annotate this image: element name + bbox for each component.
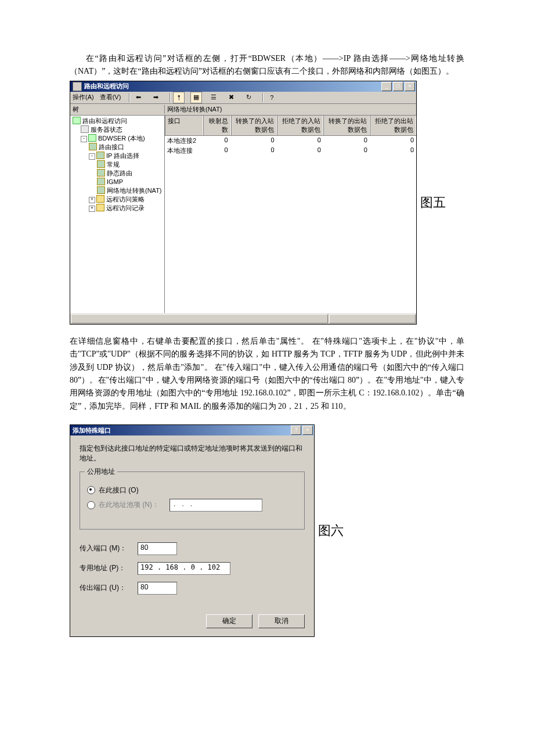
ok-button[interactable]: 确定 <box>206 614 252 628</box>
list-pane: 接口 映射总数 转换了的入站数据包 拒绝了的入站数据包 转换了的出站数据包 拒绝… <box>165 116 416 313</box>
tree-server-status[interactable]: 服务器状态 <box>91 126 122 133</box>
priv-addr-label: 专用地址 (P)： <box>80 563 138 573</box>
radio-icon <box>87 501 95 509</box>
out-port-label: 传出端口 (U)： <box>80 583 138 593</box>
radio-icon[interactable] <box>87 486 95 494</box>
app-icon <box>73 82 82 91</box>
tree-route-if[interactable]: 路由接口 <box>99 143 124 150</box>
figure-5-label: 图五 <box>420 194 446 211</box>
menubar: 操作(A) 查看(V) ⬅ ➡ ⭱ ▦ ☰ ✖ ↻ ? <box>70 92 416 104</box>
ip-icon <box>96 152 104 159</box>
list-header[interactable]: 接口 映射总数 转换了的入站数据包 拒绝了的入站数据包 转换了的出站数据包 拒绝… <box>165 116 416 136</box>
tree-host[interactable]: BDWSER (本地) <box>98 135 145 142</box>
col-in-rej[interactable]: 拒绝了的入站数据包 <box>277 116 323 135</box>
dialog-title: 添加特殊端口 <box>73 426 291 435</box>
cell: 0 <box>370 136 416 145</box>
cell: 本地连接2 <box>165 136 203 145</box>
menu-view[interactable]: 查看(V) <box>100 93 121 102</box>
status-icon <box>81 125 89 133</box>
figure-5-row: 路由和远程访问 _ □ × 操作(A) 查看(V) ⬅ ➡ ⭱ ▦ ☰ ✖ ↻ <box>70 81 464 325</box>
menu-action[interactable]: 操作(A) <box>73 93 94 102</box>
cell: 0 <box>323 146 370 155</box>
up-icon[interactable]: ⭱ <box>173 92 185 103</box>
statusbar <box>70 313 416 324</box>
refresh-icon[interactable]: ↻ <box>243 92 254 103</box>
cell: 0 <box>277 136 323 145</box>
tree-root[interactable]: 路由和远程访问 <box>82 117 127 124</box>
leaf-icon <box>97 169 105 177</box>
list-header-title: 网络地址转换(NAT) <box>165 105 414 114</box>
radio-on-pool: 在此地址池项 (N)： . . . <box>87 499 297 512</box>
tree-pane[interactable]: 路由和远程访问 服务器状态 -BDWSER (本地) 路由接口 -IP 路由选择 <box>70 116 165 313</box>
cell: 0 <box>323 136 370 145</box>
maximize-button[interactable]: □ <box>393 82 403 91</box>
cell: 0 <box>230 136 277 145</box>
figure-6-row: 添加特殊端口 ? × 指定包到达此接口地址的特定端口或特定地址池项时将其发送到的… <box>70 424 464 637</box>
cell: 0 <box>203 136 230 145</box>
expand-icon[interactable]: + <box>89 197 95 203</box>
col-out-trans[interactable]: 转换了的出站数据包 <box>323 116 370 135</box>
folder-icon <box>96 195 104 203</box>
dialog-titlebar: 添加特殊端口 ? × <box>70 425 314 435</box>
public-address-group: 公用地址 在此接口 (O) 在此地址池项 (N)： . . . <box>80 471 305 530</box>
routing-window: 路由和远程访问 _ □ × 操作(A) 查看(V) ⬅ ➡ ⭱ ▦ ☰ ✖ ↻ <box>70 81 417 325</box>
figure-6-label: 图六 <box>318 522 344 539</box>
tree-igmp[interactable]: IGMP <box>107 178 123 185</box>
tree-policy[interactable]: 远程访问策略 <box>106 196 145 203</box>
panel-header: 树 网络地址转换(NAT) <box>70 104 416 116</box>
cell: 本地连接 <box>165 146 203 155</box>
expand-icon[interactable]: + <box>89 206 95 212</box>
delete-icon[interactable]: ✖ <box>225 92 237 103</box>
paragraph-1: 在“路由和远程访问”对话框的左侧，打开“BDWSER（本地）——>IP 路由选择… <box>70 52 464 78</box>
host-icon <box>88 134 96 142</box>
cell: 0 <box>203 146 230 155</box>
tree-static[interactable]: 静态路由 <box>107 170 132 177</box>
forward-icon[interactable]: ➡ <box>150 92 161 103</box>
tree-general[interactable]: 常规 <box>107 161 120 168</box>
list-row[interactable]: 本地连接 0 0 0 0 0 <box>165 146 416 156</box>
col-out-rej[interactable]: 拒绝了的出站数据包 <box>370 116 416 135</box>
prop-icon[interactable]: ☰ <box>208 92 219 103</box>
radio-label: 在此地址池项 (N)： <box>99 500 159 510</box>
tree-log[interactable]: 远程访问记录 <box>106 204 145 211</box>
radio-label: 在此接口 (O) <box>99 485 139 495</box>
cell: 0 <box>370 146 416 155</box>
back-icon[interactable]: ⬅ <box>132 92 144 103</box>
list-row[interactable]: 本地连接2 0 0 0 0 0 <box>165 136 416 146</box>
col-in-trans[interactable]: 转换了的入站数据包 <box>231 116 277 135</box>
close-button[interactable]: × <box>302 426 313 435</box>
col-interface[interactable]: 接口 <box>165 116 203 135</box>
tree-nat[interactable]: 网络地址转换(NAT) <box>107 187 162 194</box>
paragraph-2: 在详细信息窗格中，右键单击要配置的接口，然后单击"属性"。 在"特殊端口"选项卡… <box>70 335 464 413</box>
show-icon[interactable]: ▦ <box>190 92 202 103</box>
radio-on-interface[interactable]: 在此接口 (O) <box>87 485 297 495</box>
tree-ip-routing[interactable]: IP 路由选择 <box>106 152 139 159</box>
priv-addr-field[interactable]: 192 . 168 . 0 . 102 <box>138 562 230 575</box>
close-button[interactable]: × <box>405 82 415 91</box>
server-icon <box>73 117 81 124</box>
leaf-icon <box>97 178 105 185</box>
if-icon <box>89 143 97 150</box>
folder-icon <box>96 204 104 211</box>
minimize-button[interactable]: _ <box>381 82 392 91</box>
help-button[interactable]: ? <box>291 426 301 435</box>
window-title: 路由和远程访问 <box>84 82 381 91</box>
leaf-icon <box>97 160 105 168</box>
cell: 0 <box>230 146 277 155</box>
cell: 0 <box>277 146 323 155</box>
pool-address-field: . . . <box>169 499 262 512</box>
in-port-label: 传入端口 (M)： <box>80 543 138 553</box>
in-port-field[interactable]: 80 <box>138 542 177 555</box>
leaf-icon <box>97 186 105 194</box>
cancel-button[interactable]: 取消 <box>258 614 305 628</box>
add-port-dialog: 添加特殊端口 ? × 指定包到达此接口地址的特定端口或特定地址池项时将其发送到的… <box>70 424 315 637</box>
out-port-field[interactable]: 80 <box>138 582 177 595</box>
group-legend: 公用地址 <box>85 467 117 477</box>
collapse-icon[interactable]: - <box>89 153 95 160</box>
dialog-description: 指定包到达此接口地址的特定端口或特定地址池项时将其发送到的端口和地址。 <box>80 444 305 463</box>
titlebar: 路由和远程访问 _ □ × <box>70 81 416 92</box>
collapse-icon[interactable]: - <box>81 136 87 142</box>
help-icon[interactable]: ? <box>266 92 277 103</box>
tree-header: 树 <box>73 105 165 114</box>
col-mappings[interactable]: 映射总数 <box>203 116 230 135</box>
